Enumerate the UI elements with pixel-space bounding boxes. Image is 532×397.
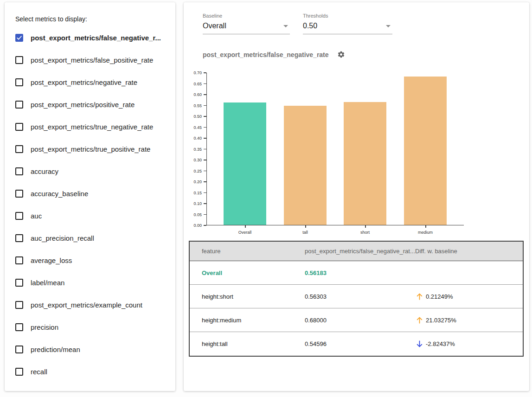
metric-label: post_export_metrics/positive_rate: [31, 101, 135, 109]
metric-label: post_export_metrics/true_negative_rate: [31, 123, 153, 131]
y-axis-tick: [204, 127, 206, 128]
metric-checkbox-item[interactable]: accuracy_baseline: [15, 182, 168, 205]
metric-value-cell: 0.56303: [305, 293, 415, 300]
diff-value: 0.21249%: [426, 293, 453, 300]
metric-checkbox-item[interactable]: post_export_metrics/example_count: [15, 294, 168, 316]
y-axis-label: 0.70: [185, 70, 202, 75]
checkbox-unchecked-icon[interactable]: [15, 123, 23, 131]
metric-checkbox-item[interactable]: post_export_metrics/false_positive_rate: [15, 49, 168, 71]
x-axis-label: Overall: [219, 230, 270, 235]
metric-label: post_export_metrics/true_positive_rate: [31, 145, 150, 153]
table-row-overall[interactable]: Overall0.56183: [190, 261, 523, 285]
feature-cell: height:short: [190, 293, 305, 300]
y-axis-label: 0.15: [185, 191, 202, 195]
metric-checkbox-item[interactable]: post_export_metrics/true_positive_rate: [15, 138, 168, 160]
y-axis-tick: [204, 94, 206, 95]
arrow-down-icon: [416, 340, 426, 348]
metric-label: recall: [31, 368, 47, 376]
y-axis-tick: [204, 105, 206, 106]
y-axis-tick: [204, 138, 206, 139]
bar-tall[interactable]: [284, 106, 327, 225]
bar-medium[interactable]: [404, 77, 447, 225]
checkbox-unchecked-icon[interactable]: [15, 368, 23, 376]
metric-checkbox-item[interactable]: post_export_metrics/false_negative_r...: [15, 26, 168, 49]
checkbox-unchecked-icon[interactable]: [15, 190, 23, 198]
gear-icon[interactable]: [337, 51, 345, 58]
diff-cell: 21.03275%: [415, 316, 525, 324]
x-axis-label: short: [340, 230, 391, 235]
metrics-table-header: feature post_export_metrics/false_negati…: [190, 242, 523, 261]
checkbox-unchecked-icon[interactable]: [15, 145, 23, 153]
table-row-height-tall[interactable]: height:tall0.54596-2.82437%: [190, 332, 523, 356]
y-axis-tick: [204, 181, 206, 182]
checkbox-unchecked-icon[interactable]: [15, 279, 23, 287]
metric-checkbox-item[interactable]: average_loss: [15, 249, 168, 271]
metric-list: post_export_metrics/false_negative_r...p…: [15, 26, 168, 383]
bar-short[interactable]: [344, 102, 386, 225]
checkbox-unchecked-icon[interactable]: [15, 101, 23, 109]
table-row-height-short[interactable]: height:short0.563030.21249%: [190, 285, 523, 308]
thresholds-select-label: Thresholds: [303, 13, 392, 19]
checkbox-unchecked-icon[interactable]: [15, 346, 23, 353]
baseline-select-label: Baseline: [203, 13, 290, 19]
metric-checkbox-item[interactable]: precision: [15, 316, 168, 338]
x-axis-tick: [425, 225, 426, 228]
y-axis-tick: [204, 83, 206, 84]
metric-checkbox-item[interactable]: prediction/mean: [15, 338, 168, 360]
metric-checkbox-item[interactable]: auc_precision_recall: [15, 227, 168, 249]
x-axis-tick: [365, 225, 366, 228]
chevron-down-icon: [283, 25, 288, 27]
checkbox-unchecked-icon[interactable]: [15, 78, 23, 86]
y-axis-label: 0.35: [185, 147, 202, 152]
y-axis-label: 0.40: [185, 136, 202, 141]
bar-overall[interactable]: [224, 102, 266, 225]
feature-cell: Overall: [190, 269, 305, 276]
y-axis-label: 0.00: [185, 223, 202, 228]
metric-checkbox-item[interactable]: post_export_metrics/true_negative_rate: [15, 115, 168, 138]
diff-cell: 0.21249%: [415, 292, 525, 301]
metric-selector-title: Select metrics to display:: [15, 15, 87, 23]
metric-value-cell: 0.68000: [305, 317, 415, 324]
y-axis-tick: [204, 116, 206, 117]
column-header-metric: post_export_metrics/false_negative_rat..…: [305, 248, 415, 255]
diff-value: -2.82437%: [426, 340, 455, 347]
y-axis-label: 0.60: [185, 92, 202, 97]
metric-results-panel: Baseline Overall Thresholds 0.50 post_ex…: [184, 2, 529, 391]
metrics-table-body: Overall0.56183height:short0.563030.21249…: [190, 261, 523, 356]
metric-label: accuracy: [31, 167, 58, 175]
y-axis-label: 0.30: [185, 158, 202, 162]
metric-value-cell: 0.56183: [305, 269, 415, 276]
metric-checkbox-item[interactable]: label/mean: [15, 271, 168, 294]
table-row-height-medium[interactable]: height:medium0.6800021.03275%: [190, 308, 523, 332]
y-axis-tick: [204, 160, 206, 160]
thresholds-select-value: 0.50: [303, 21, 317, 31]
arrow-up-icon: [416, 316, 426, 324]
checkbox-checked-icon[interactable]: [15, 34, 23, 42]
y-axis-tick: [204, 225, 206, 226]
metric-checkbox-item[interactable]: recall: [15, 360, 168, 383]
metric-checkbox-item[interactable]: post_export_metrics/positive_rate: [15, 93, 168, 115]
metric-checkbox-item[interactable]: auc: [15, 205, 168, 227]
y-axis-label: 0.25: [185, 169, 202, 173]
checkbox-unchecked-icon[interactable]: [15, 234, 23, 242]
y-axis-label: 0.05: [185, 212, 202, 217]
metric-label: post_export_metrics/example_count: [31, 301, 142, 309]
checkbox-unchecked-icon[interactable]: [15, 56, 23, 64]
metric-checkbox-item[interactable]: accuracy: [15, 160, 168, 182]
x-axis-label: medium: [400, 230, 451, 235]
checkbox-unchecked-icon[interactable]: [15, 256, 23, 264]
x-axis-tick: [245, 225, 246, 228]
metric-label: precision: [31, 323, 58, 331]
y-axis-label: 0.10: [185, 201, 202, 206]
thresholds-select[interactable]: Thresholds 0.50: [303, 13, 392, 34]
metric-selector-panel: Select metrics to display: post_export_m…: [5, 2, 175, 391]
checkbox-unchecked-icon[interactable]: [15, 212, 23, 220]
checkbox-unchecked-icon[interactable]: [15, 167, 23, 175]
chart-title: post_export_metrics/false_negative_rate: [203, 51, 329, 58]
diff-cell: -2.82437%: [415, 340, 525, 348]
baseline-select[interactable]: Baseline Overall: [203, 13, 290, 34]
y-axis-label: 0.50: [185, 114, 202, 119]
checkbox-unchecked-icon[interactable]: [15, 301, 23, 309]
metric-checkbox-item[interactable]: post_export_metrics/negative_rate: [15, 71, 168, 93]
checkbox-unchecked-icon[interactable]: [15, 323, 23, 331]
